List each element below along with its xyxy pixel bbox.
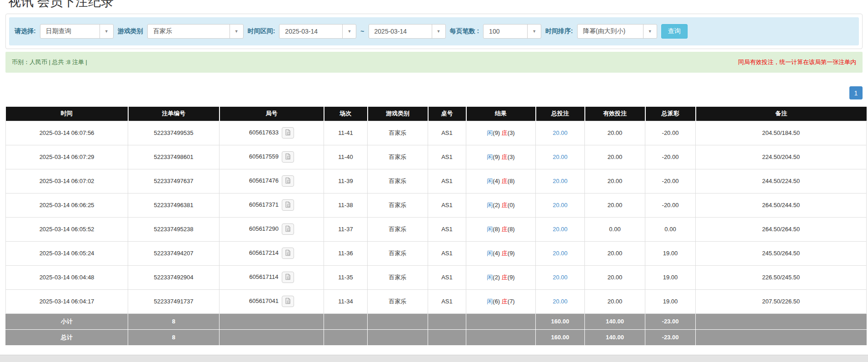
session-cell: 11-37 <box>324 217 368 241</box>
table-body: 2025-03-14 06:07:56522337499535605617633… <box>6 121 867 313</box>
total-bet-link[interactable]: 20.00 <box>553 129 568 136</box>
search-button[interactable]: 查询 <box>661 24 688 39</box>
round-id: 605617633 <box>249 129 279 136</box>
bet-time-cell: 2025-03-14 06:06:25 <box>6 193 128 217</box>
date-from-value: 2025-03-14 <box>279 28 342 35</box>
result-cell: 闲(2) 庄(9) <box>466 265 536 289</box>
query-type-select[interactable]: 日期查询 ▼ <box>40 24 114 39</box>
game-category-cell: 百家乐 <box>368 289 428 313</box>
banker-score: (8) <box>508 226 515 233</box>
empty-cell <box>219 313 324 329</box>
column-header: 总投注 <box>536 107 585 121</box>
summary-bar: 币别：人民币 | 总共 :8 注单 | 同局有效投注，统一计算在该局第一张注单内 <box>5 52 863 73</box>
valid-bet-cell: 20.00 <box>585 145 645 169</box>
total-bet-link[interactable]: 20.00 <box>553 298 568 305</box>
page-title: 视讯 会员下注纪录 <box>8 0 868 10</box>
empty-cell <box>466 329 536 345</box>
video-replay-button[interactable] <box>282 199 294 211</box>
banker-label: 庄 <box>502 298 508 305</box>
column-header: 总派彩 <box>645 107 696 121</box>
payout-cell: -20.00 <box>645 145 696 169</box>
date-from-select[interactable]: 2025-03-14 ▼ <box>279 24 356 39</box>
empty-cell <box>368 313 428 329</box>
banker-score: (3) <box>508 129 515 136</box>
total-bet-link[interactable]: 20.00 <box>553 250 568 257</box>
remark-cell: 204.50/184.50 <box>696 121 867 145</box>
bet-id-cell: 522337499535 <box>128 121 219 145</box>
page-button[interactable]: 1 <box>849 86 863 99</box>
payout-cell: 19.00 <box>645 265 696 289</box>
horizontal-scrollbar[interactable] <box>0 355 868 362</box>
round-id-cell: 605617633 <box>219 121 324 145</box>
table-row: 2025-03-14 06:04:17522337491737605617041… <box>6 289 867 313</box>
video-replay-icon <box>284 201 291 209</box>
page-size-select[interactable]: 100 ▼ <box>483 24 541 39</box>
date-range-separator: ~ <box>360 28 364 35</box>
total-bet-cell: 20.00 <box>536 145 585 169</box>
video-replay-button[interactable] <box>282 248 294 259</box>
time-sort-select[interactable]: 降幂(由大到小) ▼ <box>577 24 657 39</box>
video-replay-icon <box>284 298 291 306</box>
total-bet-cell: 20.00 <box>536 241 585 265</box>
table-number-cell: AS1 <box>428 121 466 145</box>
video-replay-icon <box>284 153 291 161</box>
table-row: 2025-03-14 06:07:02522337497637605617476… <box>6 169 867 193</box>
banker-label: 庄 <box>502 250 508 257</box>
summary-count-cell: 8 <box>128 329 219 345</box>
round-id-cell: 605617371 <box>219 193 324 217</box>
banker-score: (8) <box>508 178 515 184</box>
time-range-label: 时间区间: <box>248 27 275 35</box>
video-replay-button[interactable] <box>282 296 294 307</box>
table-number-cell: AS1 <box>428 265 466 289</box>
player-label: 闲 <box>487 226 493 233</box>
table-footer: 小计8160.00140.00-23.00总计8160.00140.00-23.… <box>6 313 867 345</box>
summary-label-cell: 总计 <box>6 329 128 345</box>
banker-score: (3) <box>508 154 515 160</box>
total-bet-link[interactable]: 20.00 <box>553 178 568 184</box>
video-replay-button[interactable] <box>282 151 294 163</box>
chevron-down-icon: ▼ <box>229 25 243 38</box>
valid-bet-cell: 20.00 <box>585 289 645 313</box>
summary-label-cell: 小计 <box>6 313 128 329</box>
empty-cell <box>696 313 867 329</box>
video-replay-button[interactable] <box>282 127 294 139</box>
video-replay-button[interactable] <box>282 223 294 235</box>
query-type-value: 日期查询 <box>40 27 100 35</box>
table-row: 2025-03-14 06:06:25522337496381605617371… <box>6 193 867 217</box>
remark-cell: 224.50/204.50 <box>696 145 867 169</box>
table-number-cell: AS1 <box>428 145 466 169</box>
bet-time-cell: 2025-03-14 06:07:29 <box>6 145 128 169</box>
player-label: 闲 <box>487 298 493 305</box>
player-score: (9) <box>493 154 502 160</box>
round-id-cell: 605617041 <box>219 289 324 313</box>
remark-cell: 244.50/224.50 <box>696 169 867 193</box>
banker-label: 庄 <box>502 274 508 281</box>
banker-label: 庄 <box>502 154 508 160</box>
table-row: 2025-03-14 06:05:24522337494207605617214… <box>6 241 867 265</box>
payout-cell: 0.00 <box>645 217 696 241</box>
total-bet-cell: 20.00 <box>536 289 585 313</box>
player-label: 闲 <box>487 202 493 208</box>
player-score: (6) <box>493 298 502 305</box>
video-replay-button[interactable] <box>282 272 294 283</box>
currency-total-text: 币别：人民币 | 总共 :8 注单 | <box>12 58 87 66</box>
result-cell: 闲(2) 庄(0) <box>466 193 536 217</box>
payout-cell: -20.00 <box>645 121 696 145</box>
total-bet-cell: 20.00 <box>536 217 585 241</box>
date-to-select[interactable]: 2025-03-14 ▼ <box>369 24 446 39</box>
game-category-select[interactable]: 百家乐 ▼ <box>147 24 244 39</box>
player-label: 闲 <box>487 178 493 184</box>
round-id: 605617559 <box>249 153 279 160</box>
remark-cell: 264.50/264.50 <box>696 217 867 241</box>
banker-score: (7) <box>508 298 515 305</box>
game-category-cell: 百家乐 <box>368 217 428 241</box>
table-number-cell: AS1 <box>428 193 466 217</box>
total-bet-link[interactable]: 20.00 <box>553 202 568 208</box>
total-bet-link[interactable]: 20.00 <box>553 274 568 281</box>
player-score: (2) <box>493 274 502 281</box>
total-bet-link[interactable]: 20.00 <box>553 154 568 160</box>
video-replay-button[interactable] <box>282 175 294 187</box>
total-bet-link[interactable]: 20.00 <box>553 226 568 233</box>
payout-cell: 19.00 <box>645 289 696 313</box>
result-cell: 闲(8) 庄(8) <box>466 217 536 241</box>
